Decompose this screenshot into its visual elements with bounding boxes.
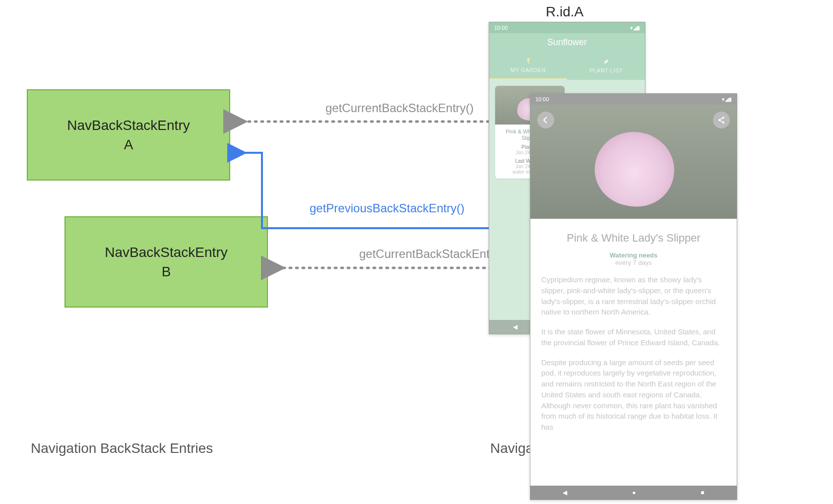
phone-b-plant-detail-screen: 10:00 ▾◢▮ Pink & White Lady's Slipper Wa… <box>530 93 737 500</box>
app-title: Sunflower <box>489 33 645 51</box>
r-id-a-label: R.id.A <box>546 4 583 20</box>
system-navbar: ◀ ● ■ <box>530 486 737 500</box>
status-icons: ▾◢▮ <box>722 96 732 103</box>
tab-my-garden[interactable]: MY GARDEN <box>489 51 567 80</box>
status-icons: ▾◢▮ <box>630 25 640 31</box>
tab-plant-list[interactable]: PLANT LIST <box>567 51 645 80</box>
get-previous-back-stack-entry-label: getPreviousBackStackEntry() <box>310 201 464 215</box>
status-time: 10:00 <box>535 96 549 102</box>
leaf-icon <box>602 58 610 65</box>
back-button[interactable] <box>537 112 554 128</box>
plant-hero-image <box>530 105 737 219</box>
plant-detail-title: Pink & White Lady's Slipper <box>541 232 726 245</box>
nav-back-icon[interactable]: ◀ <box>563 489 567 496</box>
plant-detail-body: Pink & White Lady's Slipper Watering nee… <box>530 219 737 486</box>
entry-a-subtitle: A <box>124 135 133 154</box>
nav-back-stack-entry-b: NavBackStackEntry B <box>64 216 268 308</box>
plant-description-p2: It is the state flower of Minnesota, Uni… <box>541 326 726 348</box>
plant-description-p1: Cypripedium reginae, known as the showy … <box>541 274 726 317</box>
share-button[interactable] <box>713 112 730 128</box>
get-current-back-stack-entry-a-label: getCurrentBackStackEntry() <box>325 101 474 115</box>
tab-my-garden-label: MY GARDEN <box>511 67 546 73</box>
nav-recent-icon[interactable]: ■ <box>701 489 704 496</box>
entry-a-title: NavBackStackEntry <box>67 116 190 135</box>
flower-icon <box>524 57 532 65</box>
navigation-back-stack-entries-caption: Navigation BackStack Entries <box>31 441 213 456</box>
nav-back-icon[interactable]: ◀ <box>513 323 517 330</box>
status-bar: 10:00 ▾◢▮ <box>489 22 645 33</box>
nav-back-stack-entry-a: NavBackStackEntry A <box>27 89 230 181</box>
status-bar: 10:00 ▾◢▮ <box>530 94 737 105</box>
get-current-back-stack-entry-b-label: getCurrentBackStackEntry() <box>359 247 508 261</box>
entry-b-title: NavBackStackEntry <box>105 243 227 262</box>
arrow-previous <box>243 153 530 228</box>
plant-description-p3: Despite producing a large amount of seed… <box>541 357 726 433</box>
entry-b-subtitle: B <box>162 262 171 281</box>
nav-home-icon[interactable]: ● <box>632 489 636 496</box>
svg-rect-1 <box>528 61 529 63</box>
watering-needs-value: every 7 days <box>541 259 726 266</box>
tabs: MY GARDEN PLANT LIST <box>489 51 645 80</box>
watering-needs-label: Watering needs <box>541 252 726 259</box>
tab-plant-list-label: PLANT LIST <box>589 67 623 73</box>
status-time: 10:00 <box>494 25 508 31</box>
